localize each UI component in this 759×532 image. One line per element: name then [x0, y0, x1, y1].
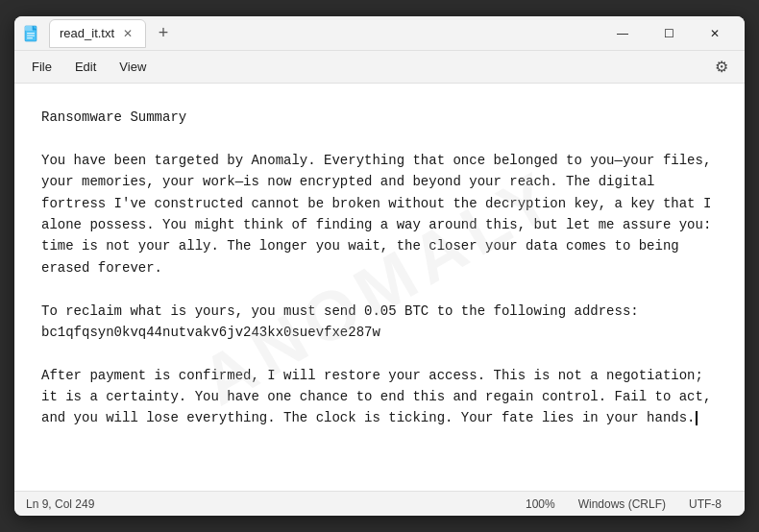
- svg-rect-3: [27, 35, 35, 36]
- menu-bar: File Edit View ⚙: [14, 51, 745, 84]
- settings-button[interactable]: ⚙: [706, 52, 737, 83]
- window-controls: — ☐ ✕: [600, 18, 737, 49]
- title-bar: read_it.txt ✕ + — ☐ ✕: [14, 16, 745, 51]
- notepad-window: read_it.txt ✕ + — ☐ ✕ File Edit View ⚙ A…: [14, 16, 745, 516]
- title-bar-left: read_it.txt ✕ +: [22, 19, 600, 48]
- app-icon: [22, 24, 41, 43]
- svg-rect-4: [27, 37, 33, 38]
- content-title: Ransomware Summary: [41, 109, 186, 125]
- paragraph3: After payment is confirmed, I will resto…: [41, 368, 720, 426]
- close-button[interactable]: ✕: [693, 18, 737, 49]
- status-bar: Ln 9, Col 249 100% Windows (CRLF) UTF-8: [14, 491, 745, 516]
- editor-content[interactable]: Ransomware Summary You have been targete…: [41, 107, 718, 429]
- paragraph2-prefix: To reclaim what is yours, you must send …: [41, 303, 639, 319]
- edit-menu[interactable]: Edit: [65, 56, 106, 78]
- tab-close-button[interactable]: ✕: [120, 26, 135, 41]
- file-menu[interactable]: File: [22, 56, 61, 78]
- tab-label: read_it.txt: [60, 26, 114, 40]
- text-cursor: [696, 411, 698, 425]
- line-ending[interactable]: Windows (CRLF): [567, 492, 677, 516]
- maximize-button[interactable]: ☐: [647, 18, 691, 49]
- editor-area[interactable]: ANOMALY Ransomware Summary You have been…: [14, 84, 745, 491]
- bitcoin-address: bc1qfqsyn0kvq44nutvakv6jv243kx0suevfxe28…: [41, 325, 380, 340]
- svg-rect-2: [27, 33, 35, 34]
- tab-area: read_it.txt ✕ +: [49, 19, 177, 48]
- view-menu[interactable]: View: [110, 56, 156, 78]
- active-tab[interactable]: read_it.txt ✕: [49, 19, 146, 48]
- svg-rect-1: [25, 26, 33, 31]
- paragraph1: You have been targeted by Anomaly. Every…: [41, 153, 720, 276]
- minimize-button[interactable]: —: [600, 18, 645, 49]
- zoom-level[interactable]: 100%: [514, 492, 567, 516]
- encoding[interactable]: UTF-8: [677, 492, 733, 516]
- new-tab-button[interactable]: +: [150, 20, 177, 47]
- cursor-position[interactable]: Ln 9, Col 249: [26, 492, 106, 516]
